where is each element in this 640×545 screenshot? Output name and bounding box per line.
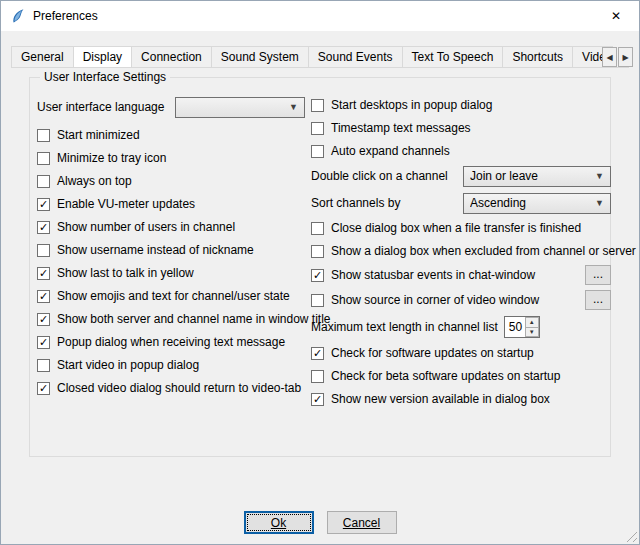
spinner-arrows: ▲ ▼ — [525, 317, 539, 337]
language-row: User interface language ▼ — [37, 96, 305, 118]
tab-bar: General Display Connection Sound System … — [11, 46, 613, 67]
tab-shortcuts[interactable]: Shortcuts — [502, 46, 573, 67]
double-click-combobox[interactable]: Join or leave ▼ — [463, 166, 611, 187]
checkbox-desktops-popup[interactable]: Start desktops in popup dialog — [311, 96, 611, 114]
checkbox-box[interactable]: ✓ — [37, 221, 50, 234]
tab-general[interactable]: General — [11, 46, 74, 67]
checkbox-box[interactable] — [311, 370, 324, 383]
checkbox-box[interactable] — [311, 245, 324, 258]
title-bar: Preferences ✕ — [1, 1, 639, 31]
video-source-options-button[interactable]: ... — [585, 290, 611, 310]
checkbox-label: Show new version available in dialog box — [331, 392, 550, 406]
checkbox-box[interactable] — [311, 99, 324, 112]
checkbox-box[interactable]: ✓ — [37, 267, 50, 280]
checkbox-check-beta-updates[interactable]: Check for beta software updates on start… — [311, 367, 611, 385]
checkbox-auto-expand-channels[interactable]: Auto expand channels — [311, 142, 611, 160]
tab-connection[interactable]: Connection — [131, 46, 212, 67]
tab-scroll-right-icon[interactable]: ▶ — [618, 47, 633, 67]
checkbox-box[interactable]: ✓ — [311, 269, 324, 282]
max-text-length-label: Maximum text length in channel list — [311, 320, 498, 334]
checkbox-label: Minimize to tray icon — [57, 151, 166, 165]
language-combobox[interactable]: ▼ — [175, 97, 305, 118]
checkbox-video-popup[interactable]: Start video in popup dialog — [37, 356, 305, 374]
sort-channels-row: Sort channels by Ascending ▼ — [311, 192, 611, 214]
ok-button[interactable]: Ok — [244, 511, 314, 534]
checkbox-box[interactable]: ✓ — [37, 313, 50, 326]
checkbox-popup-text-message[interactable]: ✓ Popup dialog when receiving text messa… — [37, 333, 305, 351]
checkbox-always-on-top[interactable]: Always on top — [37, 172, 305, 190]
checkbox-box[interactable] — [37, 175, 50, 188]
double-click-combobox-value: Join or leave — [470, 169, 590, 183]
close-button[interactable]: ✕ — [593, 1, 639, 31]
checkbox-label: Show statusbar events in chat-window — [331, 268, 535, 282]
max-text-length-value[interactable]: 50 — [505, 317, 525, 337]
checkbox-vu-meter[interactable]: ✓ Enable VU-meter updates — [37, 195, 305, 213]
checkbox-box[interactable]: ✓ — [37, 382, 50, 395]
checkbox-emojis-text-state[interactable]: ✓ Show emojis and text for channel/user … — [37, 287, 305, 305]
checkbox-label: Show number of users in channel — [57, 220, 235, 234]
checkbox-label: Show source in corner of video window — [331, 293, 539, 307]
checkbox-label: Show username instead of nickname — [57, 243, 254, 257]
spin-down-icon[interactable]: ▼ — [525, 327, 539, 338]
checkbox-label: Always on top — [57, 174, 132, 188]
checkbox-box[interactable] — [311, 222, 324, 235]
tab-scroll-left-icon[interactable]: ◀ — [602, 47, 617, 67]
checkbox-box[interactable] — [37, 129, 50, 142]
checkbox-box[interactable]: ✓ — [311, 347, 324, 360]
left-column: User interface language ▼ Start minimize… — [37, 96, 305, 402]
checkbox-show-username[interactable]: Show username instead of nickname — [37, 241, 305, 259]
checkbox-video-source-corner[interactable]: Show source in corner of video window — [311, 293, 585, 307]
checkbox-timestamp-messages[interactable]: Timestamp text messages — [311, 119, 611, 137]
statusbar-events-options-button[interactable]: ... — [585, 265, 611, 285]
checkbox-label: Check for beta software updates on start… — [331, 369, 560, 383]
checkbox-label: Enable VU-meter updates — [57, 197, 195, 211]
tab-sound-system[interactable]: Sound System — [211, 46, 309, 67]
window-title: Preferences — [33, 9, 98, 23]
checkbox-box[interactable]: ✓ — [37, 198, 50, 211]
checkbox-label: Timestamp text messages — [331, 121, 471, 135]
max-text-length-spinner[interactable]: 50 ▲ ▼ — [504, 316, 540, 338]
tab-text-to-speech[interactable]: Text To Speech — [402, 46, 504, 67]
checkbox-last-talk-yellow[interactable]: ✓ Show last to talk in yellow — [37, 264, 305, 282]
checkbox-box[interactable]: ✓ — [37, 336, 50, 349]
checkbox-label: Start video in popup dialog — [57, 358, 199, 372]
checkbox-statusbar-events[interactable]: ✓ Show statusbar events in chat-window — [311, 268, 585, 282]
checkbox-box[interactable] — [37, 359, 50, 372]
checkbox-box[interactable] — [37, 244, 50, 257]
tab-display[interactable]: Display — [73, 46, 132, 67]
checkbox-label: Close dialog box when a file transfer is… — [331, 221, 581, 235]
checkbox-box[interactable] — [311, 122, 324, 135]
cancel-button[interactable]: Cancel — [327, 511, 397, 534]
checkbox-box[interactable] — [311, 145, 324, 158]
checkbox-label: Start desktops in popup dialog — [331, 98, 492, 112]
checkbox-show-user-count[interactable]: ✓ Show number of users in channel — [37, 218, 305, 236]
tab-sound-events[interactable]: Sound Events — [308, 46, 403, 67]
checkbox-new-version-dialog[interactable]: ✓ Show new version available in dialog b… — [311, 390, 611, 408]
checkbox-close-on-transfer[interactable]: Close dialog box when a file transfer is… — [311, 219, 611, 237]
double-click-row: Double click on a channel Join or leave … — [311, 165, 611, 187]
checkbox-minimize-to-tray[interactable]: Minimize to tray icon — [37, 149, 305, 167]
checkbox-server-channel-title[interactable]: ✓ Show both server and channel name in w… — [37, 310, 305, 328]
chevron-down-icon: ▼ — [595, 198, 604, 208]
preferences-dialog: Preferences ✕ General Display Connection… — [0, 0, 640, 545]
checkbox-box[interactable]: ✓ — [37, 290, 50, 303]
dialog-buttons: Ok Cancel — [1, 511, 639, 534]
checkbox-closed-video-return[interactable]: ✓ Closed video dialog should return to v… — [37, 379, 305, 397]
video-source-row: Show source in corner of video window ..… — [311, 290, 611, 310]
checkbox-box[interactable]: ✓ — [311, 393, 324, 406]
right-column: Start desktops in popup dialog Timestamp… — [311, 96, 611, 413]
max-text-length-row: Maximum text length in channel list 50 ▲… — [311, 315, 611, 339]
checkbox-box[interactable] — [37, 152, 50, 165]
checkbox-start-minimized[interactable]: Start minimized — [37, 126, 305, 144]
checkbox-check-updates[interactable]: ✓ Check for software updates on startup — [311, 344, 611, 362]
checkbox-excluded-dialog[interactable]: Show a dialog box when excluded from cha… — [311, 242, 611, 260]
group-title: User Interface Settings — [40, 70, 170, 84]
sort-channels-combobox[interactable]: Ascending ▼ — [463, 193, 611, 214]
checkbox-label: Show last to talk in yellow — [57, 266, 194, 280]
checkbox-label: Show a dialog box when excluded from cha… — [331, 244, 636, 258]
tab-scroll-buttons: ◀ ▶ — [601, 47, 633, 67]
checkbox-label: Start minimized — [57, 128, 140, 142]
checkbox-box[interactable] — [311, 294, 324, 307]
chevron-down-icon: ▼ — [289, 102, 298, 112]
language-label: User interface language — [37, 100, 164, 114]
